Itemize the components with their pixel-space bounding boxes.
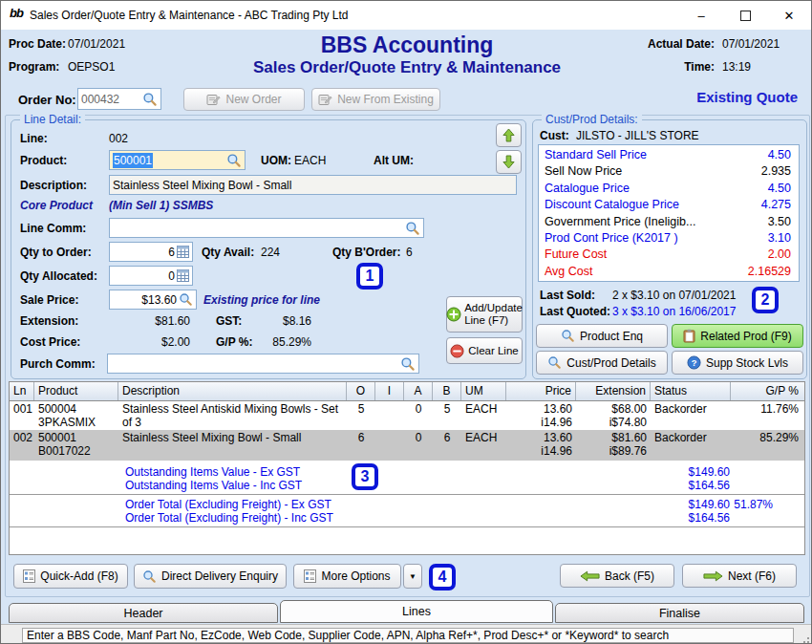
cust-prod-details-button[interactable]: Cust/Prod Details xyxy=(536,351,668,375)
add-update-line-label: Add/UpdateLine (F7) xyxy=(464,302,523,327)
more-options-dropdown-button[interactable]: ▼ xyxy=(403,564,422,589)
totals-label: Order Total (Excluding Freight) - Inc GS… xyxy=(125,511,333,525)
tab-lines[interactable]: Lines xyxy=(280,600,553,623)
gp-value: 85.29% xyxy=(249,335,311,349)
maximize-icon xyxy=(740,11,751,21)
more-options-button[interactable]: More Options xyxy=(293,564,401,589)
search-icon[interactable] xyxy=(226,153,242,168)
supp-stock-lvls-button[interactable]: ? Supp Stock Lvls xyxy=(672,351,803,375)
sale-price-input[interactable]: $13.60 xyxy=(109,290,197,310)
resize-grip-icon[interactable] xyxy=(802,636,810,644)
plus-icon xyxy=(446,307,461,322)
last-quoted-value: 3 x $3.10 on 16/06/2017 xyxy=(612,305,736,318)
purch-comm-input[interactable] xyxy=(107,354,419,374)
price-listbox: Standard Sell Price4.50 Sell Now Price2.… xyxy=(538,144,800,282)
qty-to-order-input[interactable]: 6 xyxy=(109,242,193,262)
qty-allocated-input[interactable]: 0 xyxy=(109,266,193,286)
line-value: 002 xyxy=(109,132,128,145)
next-button[interactable]: Next (F6) xyxy=(682,564,797,588)
direct-delivery-enquiry-button[interactable]: Direct Delivery Enquiry xyxy=(134,564,287,589)
order-no-label: Order No: xyxy=(18,93,76,107)
product-enq-button[interactable]: Product Enq xyxy=(536,324,668,348)
line-up-button[interactable] xyxy=(496,123,522,147)
line-comm-label: Line Comm: xyxy=(20,222,86,235)
line-detail-legend: Line Detail: xyxy=(20,113,85,126)
close-icon: ✕ xyxy=(784,9,795,23)
form-icon xyxy=(23,569,35,583)
description-input[interactable]: Stainless Steel Mixing Bowl - Small xyxy=(109,175,517,195)
search-icon[interactable] xyxy=(142,92,158,107)
annotation-badge-4: 4 xyxy=(429,564,456,590)
new-from-existing-button[interactable]: New From Existing xyxy=(311,88,440,111)
price-row[interactable]: Avg Cost2.16529 xyxy=(539,264,799,280)
title-bar: bb Sales Order/Quote Entry & Maintenance… xyxy=(1,1,811,30)
tab-header[interactable]: Header xyxy=(9,603,278,623)
search-icon[interactable] xyxy=(179,292,193,307)
min-sell-note: (Min Sell 1) SSMBS xyxy=(109,199,213,212)
price-row[interactable]: Standard Sell Price4.50 xyxy=(539,147,799,163)
cust-prod-legend: Cust/Prod Details: xyxy=(542,113,642,126)
chevron-down-icon: ▼ xyxy=(409,572,417,581)
new-from-existing-label: New From Existing xyxy=(337,93,434,106)
extension-value: $81.60 xyxy=(111,314,190,328)
purch-comm-label: Purch Comm: xyxy=(20,357,96,371)
sales-order-window: { "window": { "title": "Sales Order/Quot… xyxy=(0,0,812,644)
close-button[interactable]: ✕ xyxy=(767,1,811,30)
uom-label: UOM: xyxy=(261,154,291,167)
price-row[interactable]: Discount Catalogue Price4.275 xyxy=(539,197,799,213)
calculator-icon[interactable] xyxy=(177,269,189,282)
calculator-icon[interactable] xyxy=(177,246,189,258)
table-row-selected[interactable]: 002 500001B0017022 Stainless Steel Mixin… xyxy=(10,430,804,461)
totals-value: $164.56 xyxy=(539,511,730,525)
totals-divider xyxy=(10,526,804,527)
tab-finalise[interactable]: Finalise xyxy=(555,603,804,623)
totals-label: Outstanding Items Value - Inc GST xyxy=(125,479,302,492)
back-button[interactable]: Back (F5) xyxy=(560,564,674,588)
table-row[interactable]: 001 5000043PKASMIX Stainless Steel Antis… xyxy=(10,401,804,430)
core-product-flag: Core Product xyxy=(20,199,93,212)
order-no-input[interactable]: 000432 xyxy=(77,88,161,110)
arrow-down-icon xyxy=(502,155,515,169)
line-comm-input[interactable] xyxy=(109,218,424,238)
price-row[interactable]: Future Cost2.00 xyxy=(539,247,799,263)
qty-border-label: Qty B'Order: xyxy=(332,246,401,259)
search-icon[interactable] xyxy=(400,356,416,372)
clear-line-button[interactable]: Clear Line xyxy=(446,337,523,364)
add-update-line-button[interactable]: Add/UpdateLine (F7) xyxy=(446,296,523,333)
search-icon xyxy=(142,569,157,584)
price-row[interactable]: Government Price (Ineligib...3.50 xyxy=(539,214,799,230)
more-options-label: More Options xyxy=(321,569,390,583)
price-row[interactable]: Prod Cont Price (K2017 )3.10 xyxy=(539,230,799,247)
related-prod-button[interactable]: Related Prod (F9) xyxy=(672,324,803,348)
next-label: Next (F6) xyxy=(728,569,776,583)
search-icon xyxy=(547,355,562,370)
back-label: Back (F5) xyxy=(605,569,654,583)
new-order-button[interactable]: New Order xyxy=(183,88,305,111)
search-icon[interactable] xyxy=(405,221,420,236)
totals-label: Order Total (Excluding Freight) - Ex GST xyxy=(125,498,331,511)
maximize-button[interactable] xyxy=(723,1,767,30)
clipboard-icon xyxy=(683,329,695,343)
search-hint-text: Enter a BBS Code, Manf Part No, EzCode, … xyxy=(27,629,669,642)
qty-avail-label: Qty Avail: xyxy=(202,246,254,259)
qty-allocated-value: 0 xyxy=(113,269,175,283)
order-mode-badge: Existing Quote xyxy=(696,89,798,105)
order-no-value: 000432 xyxy=(81,93,140,106)
price-row[interactable]: Catalogue Price4.50 xyxy=(539,181,799,197)
question-icon: ? xyxy=(687,355,701,370)
product-input[interactable]: 500001 xyxy=(109,150,246,170)
line-down-button[interactable] xyxy=(496,150,522,174)
cust-label: Cust: xyxy=(540,129,569,142)
minimize-button[interactable]: – xyxy=(679,1,723,30)
gst-value: $8.16 xyxy=(249,314,311,328)
sale-price-value: $13.60 xyxy=(113,293,177,307)
last-sold-label: Last Sold: xyxy=(540,289,595,302)
totals-label: Outstanding Items Value - Ex GST xyxy=(125,465,300,479)
search-hint-field[interactable]: Enter a BBS Code, Manf Part No, EzCode, … xyxy=(22,628,794,643)
qty-border-value: 6 xyxy=(406,246,413,259)
cost-price-value: $2.00 xyxy=(111,335,190,349)
price-row[interactable]: Sell Now Price2.935 xyxy=(539,163,799,180)
qty-avail-value: 224 xyxy=(261,246,280,259)
quick-add-button[interactable]: Quick-Add (F8) xyxy=(13,564,128,589)
arrow-right-icon xyxy=(703,570,723,582)
